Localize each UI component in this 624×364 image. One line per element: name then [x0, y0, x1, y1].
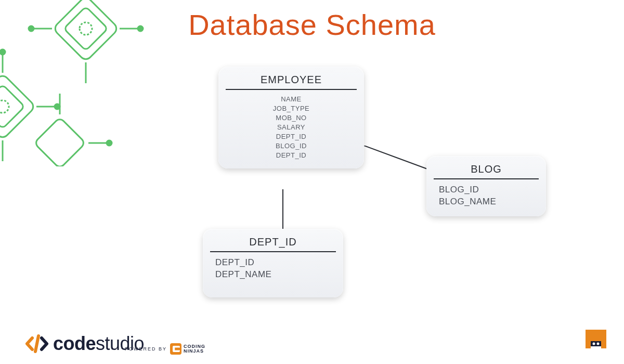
code-slash-icon — [25, 332, 49, 356]
svg-point-23 — [597, 343, 600, 345]
field: BLOG_NAME — [439, 197, 496, 207]
svg-rect-21 — [591, 341, 601, 346]
divider — [434, 178, 539, 179]
powered-by-label: POWERED BY CODING NINJAS — [125, 343, 205, 355]
field: DEPT_ID — [276, 133, 306, 140]
entity-employee: EMPLOYEE NAME JOB_TYPE MOB_NO SALARY DEP… — [218, 67, 364, 168]
field: DEPT_ID — [215, 257, 254, 268]
svg-point-6 — [29, 26, 34, 31]
field: MOB_NO — [276, 114, 306, 122]
svg-rect-1 — [64, 7, 108, 51]
entity-employee-title: EMPLOYEE — [229, 74, 354, 89]
field: DEPT_ID — [276, 151, 306, 159]
schema-diagram: EMPLOYEE NAME JOB_TYPE MOB_NO SALARY DEP… — [0, 57, 624, 317]
ninja-logo-icon — [581, 326, 610, 355]
field: DEPT_NAME — [215, 269, 271, 280]
entity-dept-fields: DEPT_ID DEPT_NAME — [213, 257, 333, 280]
svg-point-7 — [138, 26, 143, 31]
svg-line-20 — [35, 336, 38, 352]
page-title: Database Schema — [188, 8, 436, 42]
entity-blog-fields: BLOG_ID BLOG_NAME — [437, 185, 536, 207]
entity-dept-title: DEPT_ID — [213, 236, 333, 251]
entity-blog: BLOG BLOG_ID BLOG_NAME — [426, 156, 546, 216]
powered-by-text: POWERED BY — [125, 346, 167, 352]
cn-line2: NINJAS — [184, 349, 205, 354]
field: JOB_TYPE — [273, 105, 309, 112]
field: BLOG_ID — [276, 142, 307, 150]
svg-line-19 — [364, 146, 432, 171]
field: NAME — [281, 95, 302, 103]
coding-ninjas-badge: CODING NINJAS — [170, 343, 205, 355]
entity-employee-fields: NAME JOB_TYPE MOB_NO SALARY DEPT_ID BLOG… — [229, 95, 354, 159]
svg-rect-0 — [53, 0, 119, 62]
entity-dept: DEPT_ID DEPT_ID DEPT_NAME — [203, 229, 343, 297]
connector-employee-dept — [282, 189, 283, 230]
coding-ninjas-c-icon — [170, 343, 181, 355]
svg-point-14 — [0, 49, 5, 55]
svg-point-22 — [593, 343, 595, 345]
divider — [226, 89, 357, 90]
field: BLOG_ID — [439, 185, 479, 195]
divider — [210, 251, 336, 252]
entity-blog-title: BLOG — [437, 163, 536, 178]
field: SALARY — [277, 123, 305, 131]
